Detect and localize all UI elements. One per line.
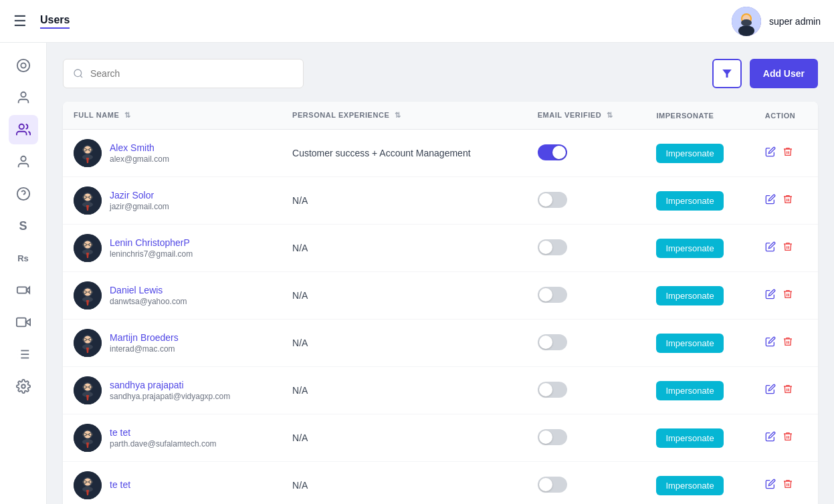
svg-point-4 (741, 19, 752, 26)
email-verified-toggle-0[interactable] (538, 144, 567, 160)
impersonate-button-1[interactable]: Impersonate (656, 191, 723, 211)
impersonate-button-3[interactable]: Impersonate (656, 286, 723, 305)
email-verified-toggle-3[interactable] (538, 287, 567, 303)
sidebar-item-single-user[interactable] (9, 147, 38, 176)
user-email-3: danwtsa@yahoo.com (110, 297, 187, 306)
email-verified-toggle-2[interactable] (538, 239, 567, 255)
col-email-verified[interactable]: EMAIL VERIFIED ⇅ (527, 102, 646, 130)
email-verified-toggle-4[interactable] (538, 334, 567, 350)
cell-verified-1 (527, 177, 646, 225)
sidebar-item-rupee[interactable]: Rs (9, 243, 38, 273)
user-avatar-3 (74, 281, 102, 309)
table-row: sandhya prajapati sandhya.prajapati@vidy… (63, 367, 818, 414)
user-email-6: parth.dave@sufalamtech.com (110, 439, 217, 449)
topbar: ☰ Users super admin (0, 0, 834, 43)
delete-icon-6[interactable] (783, 431, 793, 445)
sidebar-item-settings[interactable] (9, 372, 38, 401)
hamburger-menu[interactable]: ☰ (13, 13, 27, 30)
impersonate-button-0[interactable]: Impersonate (656, 144, 723, 163)
delete-icon-5[interactable] (783, 384, 793, 397)
sidebar-item-list[interactable] (9, 340, 38, 369)
user-email-1: jazir@gmail.com (110, 202, 169, 211)
user-name-2: Lenin ChristopherP (110, 237, 193, 248)
edit-icon-2[interactable] (765, 241, 776, 255)
sidebar-item-dashboard[interactable] (9, 51, 38, 80)
email-verified-toggle-1[interactable] (538, 192, 567, 208)
user-cell-7: te tet (74, 471, 271, 499)
svg-point-8 (19, 124, 23, 129)
cell-action-5 (754, 367, 818, 414)
impersonate-button-7[interactable]: Impersonate (656, 476, 723, 495)
cell-impersonate-2: Impersonate (645, 225, 754, 272)
user-avatar-7 (74, 471, 102, 499)
user-name-4: Martijn Broeders (110, 332, 179, 343)
cell-full-name-2: Lenin ChristopherP leninchris7@gmail.com (63, 225, 282, 272)
cell-full-name-0: Alex Smith alex@gmail.com (63, 130, 282, 177)
search-input[interactable] (90, 68, 294, 79)
user-avatar-4 (74, 329, 102, 357)
edit-icon-3[interactable] (765, 289, 776, 302)
edit-icon-0[interactable] (765, 146, 776, 160)
cell-action-2 (754, 225, 818, 272)
cell-full-name-7: te tet (63, 462, 282, 505)
col-experience[interactable]: PERSONAL EXPERIENCE ⇅ (282, 102, 527, 130)
col-action: ACTION (754, 102, 818, 130)
email-verified-toggle-6[interactable] (538, 429, 567, 445)
cell-experience-5: N/A (282, 367, 527, 414)
action-icons-5 (765, 384, 807, 397)
svg-line-23 (80, 76, 82, 78)
delete-icon-2[interactable] (783, 241, 793, 255)
delete-icon-4[interactable] (783, 336, 793, 350)
col-full-name[interactable]: FULL NAME ⇅ (63, 102, 282, 130)
sidebar-item-video2[interactable] (9, 307, 38, 337)
cell-action-1 (754, 177, 818, 225)
sidebar-item-users[interactable] (9, 115, 38, 144)
edit-icon-5[interactable] (765, 384, 776, 397)
edit-icon-1[interactable] (765, 194, 776, 207)
add-user-button[interactable]: Add User (750, 59, 818, 88)
user-cell-1: Jazir Solor jazir@gmail.com (74, 186, 271, 215)
sidebar-item-stripe[interactable]: S (9, 211, 38, 241)
action-icons-7 (765, 479, 807, 492)
sidebar-item-profile[interactable] (9, 83, 38, 112)
filter-icon (721, 68, 733, 80)
sidebar-item-video1[interactable] (9, 275, 38, 305)
impersonate-button-5[interactable]: Impersonate (656, 381, 723, 400)
user-cell-2: Lenin ChristopherP leninchris7@gmail.com (74, 234, 271, 262)
edit-icon-6[interactable] (765, 431, 776, 445)
impersonate-button-6[interactable]: Impersonate (656, 428, 723, 448)
user-cell-0: Alex Smith alex@gmail.com (74, 139, 271, 167)
cell-verified-5 (527, 367, 646, 414)
action-icons-0 (765, 146, 807, 160)
delete-icon-1[interactable] (783, 194, 793, 207)
svg-marker-24 (722, 70, 732, 78)
edit-icon-4[interactable] (765, 336, 776, 350)
table-row: Lenin ChristopherP leninchris7@gmail.com… (63, 225, 818, 272)
sidebar-item-help[interactable] (9, 179, 38, 209)
email-verified-toggle-7[interactable] (538, 477, 567, 493)
delete-icon-0[interactable] (783, 146, 793, 160)
cell-experience-2: N/A (282, 225, 527, 272)
user-name-7: te tet (110, 479, 130, 490)
edit-icon-7[interactable] (765, 479, 776, 492)
col-impersonate: IMPERSONATE (645, 102, 754, 130)
svg-point-6 (21, 63, 25, 68)
impersonate-button-4[interactable]: Impersonate (656, 334, 723, 353)
delete-icon-3[interactable] (783, 289, 793, 302)
topbar-right: super admin (732, 7, 821, 36)
user-email-2: leninchris7@gmail.com (110, 249, 193, 259)
impersonate-button-2[interactable]: Impersonate (656, 239, 723, 258)
user-cell-3: Daniel Lewis danwtsa@yahoo.com (74, 281, 271, 309)
email-verified-toggle-5[interactable] (538, 382, 567, 398)
cell-experience-6: N/A (282, 414, 527, 462)
cell-verified-3 (527, 272, 646, 320)
cell-experience-1: N/A (282, 177, 527, 225)
action-icons-1 (765, 194, 807, 207)
filter-button[interactable] (712, 59, 742, 88)
sort-email-icon: ⇅ (607, 111, 613, 119)
delete-icon-7[interactable] (783, 479, 793, 492)
toolbar: Add User (63, 59, 818, 88)
table-row: Daniel Lewis danwtsa@yahoo.com N/A Imper… (63, 272, 818, 320)
table-row: Jazir Solor jazir@gmail.com N/A Imperson… (63, 177, 818, 225)
sidebar: S Rs (0, 43, 47, 504)
